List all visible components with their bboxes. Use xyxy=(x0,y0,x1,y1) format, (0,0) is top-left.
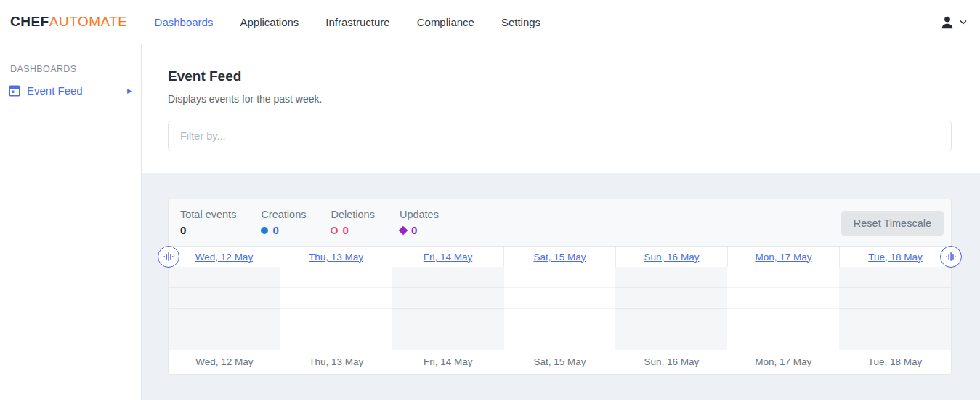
day-header: Tue, 18 May xyxy=(839,247,951,267)
stat-creations: Creations 0 xyxy=(261,209,306,236)
grid-cell xyxy=(839,329,951,350)
grid-cell xyxy=(169,288,280,309)
page-title: Event Feed xyxy=(168,68,952,84)
grid-cell xyxy=(169,309,280,330)
stat-value: 0 xyxy=(400,224,439,236)
stat-label: Total events xyxy=(180,209,236,220)
timeline-grid xyxy=(169,267,951,350)
reset-timescale-button[interactable]: Reset Timescale xyxy=(841,211,944,236)
stat-updates: Updates 0 xyxy=(400,209,439,236)
event-feed-icon xyxy=(9,85,20,97)
stat-value: 0 xyxy=(180,224,236,236)
day-link[interactable]: Sat, 15 May xyxy=(533,252,586,263)
day-link[interactable]: Mon, 17 May xyxy=(755,252,811,263)
grid-cell xyxy=(392,267,504,288)
main-nav: Dashboards Applications Infrastructure C… xyxy=(155,16,541,28)
top-navbar: CHEFAUTOMATE Dashboards Applications Inf… xyxy=(0,0,980,44)
logo-chef: CHEF xyxy=(10,14,49,29)
axis-day-label: Sun, 16 May xyxy=(615,350,727,374)
day-header: Thu, 13 May xyxy=(280,247,392,267)
nav-infrastructure[interactable]: Infrastructure xyxy=(325,16,389,28)
sidebar: DASHBOARDS Event Feed ▶ xyxy=(0,44,142,400)
timescale-left-button[interactable] xyxy=(158,246,179,268)
filter-input[interactable] xyxy=(168,121,952,151)
grid-column xyxy=(839,267,951,350)
stat-total-events: Total events 0 xyxy=(180,209,236,236)
axis-day-label: Tue, 18 May xyxy=(839,350,951,374)
grid-cell xyxy=(615,329,727,350)
grid-cell xyxy=(615,309,727,330)
grid-column xyxy=(280,267,392,350)
day-link[interactable]: Tue, 18 May xyxy=(868,252,923,263)
chevron-down-icon xyxy=(960,20,967,25)
expand-arrow-icon[interactable]: ▶ xyxy=(126,86,134,96)
user-profile-icon xyxy=(939,15,955,31)
day-header: Wed, 12 May xyxy=(169,247,280,267)
grid-cell xyxy=(615,267,727,288)
logo-automate: AUTOMATE xyxy=(49,14,128,29)
grid-column xyxy=(169,267,280,350)
sidebar-item-event-feed[interactable]: Event Feed ▶ xyxy=(9,84,134,97)
stat-label: Deletions xyxy=(331,209,374,220)
filter-bar xyxy=(168,121,952,151)
nav-settings[interactable]: Settings xyxy=(501,16,540,28)
day-link[interactable]: Wed, 12 May xyxy=(195,252,253,263)
grid-column xyxy=(727,267,839,350)
day-header: Sun, 16 May xyxy=(615,247,727,267)
grid-cell xyxy=(280,309,392,330)
grid-cell xyxy=(504,288,616,309)
grid-cell xyxy=(504,309,616,330)
stats-strip: Total events 0 Creations 0 Deletions 0 xyxy=(169,199,951,247)
content-background: Total events 0 Creations 0 Deletions 0 xyxy=(142,173,980,400)
grid-cell xyxy=(727,309,839,330)
timeline-axis: Wed, 12 May Thu, 13 May Fri, 14 May Sat,… xyxy=(169,350,951,374)
stat-label: Updates xyxy=(400,209,439,220)
day-link[interactable]: Sun, 16 May xyxy=(644,252,700,263)
grid-column xyxy=(504,267,616,350)
grid-cell xyxy=(169,329,280,350)
creations-marker-icon xyxy=(261,227,268,234)
grid-cell xyxy=(392,309,504,330)
grid-column xyxy=(615,267,727,350)
grid-cell xyxy=(280,288,392,309)
grid-cell xyxy=(392,329,504,350)
sidebar-item-label: Event Feed xyxy=(27,84,126,97)
user-menu[interactable] xyxy=(939,0,967,44)
grid-cell xyxy=(504,329,616,350)
nav-compliance[interactable]: Compliance xyxy=(417,16,474,28)
day-header: Fri, 14 May xyxy=(392,247,503,267)
stat-label: Creations xyxy=(261,209,306,220)
day-header: Sat, 15 May xyxy=(503,247,615,267)
day-link[interactable]: Thu, 13 May xyxy=(309,252,363,263)
grid-cell xyxy=(392,288,504,309)
grid-cell xyxy=(727,288,839,309)
axis-day-label: Fri, 14 May xyxy=(392,350,504,374)
day-link[interactable]: Fri, 14 May xyxy=(424,252,473,263)
grid-cell xyxy=(727,267,839,288)
timescale-slider-icon xyxy=(946,252,956,262)
deletions-marker-icon xyxy=(331,227,338,234)
axis-day-label: Wed, 12 May xyxy=(169,350,280,374)
day-header: Mon, 17 May xyxy=(727,247,839,267)
grid-cell xyxy=(839,309,951,330)
nav-applications[interactable]: Applications xyxy=(240,16,299,28)
timescale-slider-icon xyxy=(163,252,174,262)
grid-cell xyxy=(727,329,839,350)
grid-cell xyxy=(839,267,951,288)
axis-day-label: Mon, 17 May xyxy=(727,350,839,374)
sidebar-heading: DASHBOARDS xyxy=(10,64,141,74)
event-feed-card: Total events 0 Creations 0 Deletions 0 xyxy=(168,199,952,375)
stat-deletions: Deletions 0 xyxy=(331,209,374,236)
grid-cell xyxy=(615,288,727,309)
chef-automate-logo[interactable]: CHEFAUTOMATE xyxy=(10,14,128,30)
page-header: Event Feed Displays events for the past … xyxy=(142,44,980,105)
axis-day-label: Sat, 15 May xyxy=(504,350,616,374)
grid-cell xyxy=(839,288,951,309)
main-content: Event Feed Displays events for the past … xyxy=(142,44,980,400)
stat-value: 0 xyxy=(331,224,374,236)
grid-column xyxy=(392,267,504,350)
axis-day-label: Thu, 13 May xyxy=(280,350,392,374)
timescale-right-button[interactable] xyxy=(940,246,962,268)
nav-dashboards[interactable]: Dashboards xyxy=(155,16,214,28)
grid-cell xyxy=(169,267,280,288)
